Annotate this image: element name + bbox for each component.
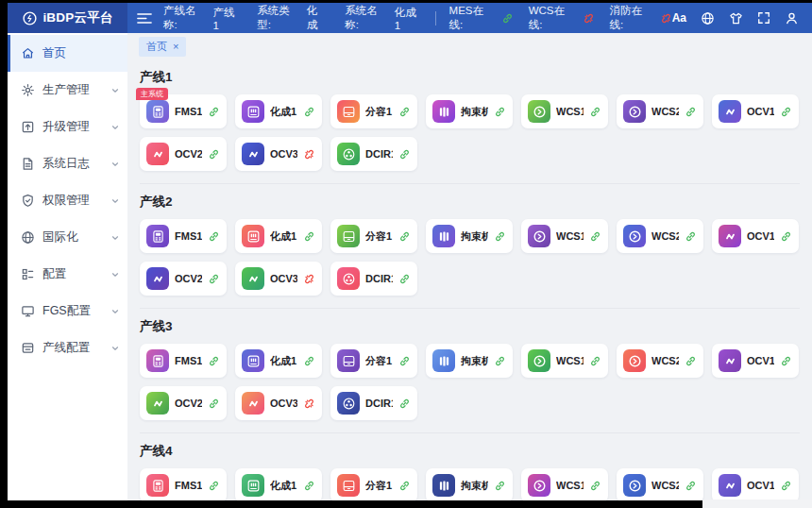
tab-home[interactable]: 首页× bbox=[139, 37, 186, 57]
font-size-icon[interactable]: Aa bbox=[672, 11, 686, 25]
user-icon[interactable] bbox=[785, 11, 799, 25]
sidebar-item-production[interactable]: 生产管理 bbox=[8, 72, 127, 109]
card-label: WCS1 bbox=[556, 480, 584, 491]
device-card-huacheng1[interactable]: 化成1 bbox=[235, 344, 322, 378]
device-card-fms1[interactable]: FMS1 bbox=[140, 468, 227, 500]
production-icon bbox=[21, 83, 35, 97]
sidebar-item-permission[interactable]: 权限管理 bbox=[8, 182, 127, 219]
card-label: OCV3 bbox=[270, 273, 297, 284]
link-online-icon[interactable] bbox=[208, 480, 220, 492]
device-card-jushuji[interactable]: 拘束机 bbox=[426, 344, 513, 378]
device-card-ocv3[interactable]: OCV3 bbox=[235, 386, 322, 420]
link-online-icon[interactable] bbox=[589, 230, 601, 243]
device-card-fenrong1[interactable]: 分容1 bbox=[330, 94, 417, 128]
link-online-icon[interactable] bbox=[208, 398, 220, 410]
device-card-jushuji[interactable]: 拘束机 bbox=[426, 468, 513, 500]
link-online-icon[interactable] bbox=[780, 355, 792, 367]
device-card-huacheng1[interactable]: 化成1 bbox=[235, 219, 322, 253]
device-card-fenrong1[interactable]: 分容1 bbox=[330, 344, 417, 378]
link-online-icon[interactable] bbox=[685, 480, 697, 492]
link-online-icon[interactable] bbox=[685, 106, 697, 118]
language-globe-icon[interactable] bbox=[701, 11, 715, 25]
device-card-jushuji[interactable]: 拘束机 bbox=[426, 94, 513, 128]
sidebar-item-home[interactable]: 首页 bbox=[8, 35, 127, 72]
device-card-ocv3[interactable]: OCV3 bbox=[235, 137, 322, 171]
info-value: 产线1 bbox=[212, 6, 240, 31]
link-online-icon[interactable] bbox=[494, 106, 506, 118]
device-card-fms1[interactable]: FMS1 bbox=[140, 344, 227, 378]
link-online-icon[interactable] bbox=[303, 355, 315, 367]
link-online-icon[interactable] bbox=[398, 106, 411, 118]
device-card-ocv1[interactable]: OCV1 bbox=[712, 219, 799, 253]
link-online-icon[interactable] bbox=[398, 398, 411, 410]
link-broken-icon[interactable] bbox=[303, 148, 315, 161]
device-card-wcs1[interactable]: WCS1 bbox=[521, 219, 608, 253]
device-card-ocv2[interactable]: OCV2 bbox=[140, 137, 227, 171]
link-online-icon[interactable] bbox=[208, 106, 220, 118]
device-card-wcs2[interactable]: WCS2 bbox=[617, 468, 703, 500]
link-broken-icon[interactable] bbox=[303, 398, 315, 410]
link-online-icon[interactable] bbox=[398, 148, 411, 161]
link-online-icon[interactable] bbox=[208, 273, 220, 285]
link-online-icon[interactable] bbox=[589, 355, 601, 367]
link-broken-icon[interactable] bbox=[303, 273, 315, 285]
device-card-wcs1[interactable]: WCS1 bbox=[521, 344, 608, 378]
link-online-icon[interactable] bbox=[780, 106, 792, 118]
link-online-icon[interactable] bbox=[494, 230, 506, 243]
link-online-icon[interactable] bbox=[685, 355, 697, 367]
device-card-wcs2[interactable]: WCS2 bbox=[617, 219, 703, 253]
sidebar-item-i18n[interactable]: 国际化 bbox=[8, 219, 127, 256]
link-online-icon[interactable] bbox=[685, 230, 697, 243]
link-online-icon[interactable] bbox=[398, 355, 411, 367]
device-card-fms1[interactable]: 主系统FMS1 bbox=[140, 94, 227, 128]
device-card-wcs1[interactable]: WCS1 bbox=[521, 468, 608, 500]
device-card-ocv1[interactable]: OCV1 bbox=[712, 94, 799, 128]
device-card-huacheng1[interactable]: 化成1 bbox=[235, 94, 322, 128]
device-card-wcs2[interactable]: WCS2 bbox=[617, 344, 703, 378]
wcs-icon bbox=[528, 100, 550, 123]
device-card-dcir1[interactable]: DCIR1 bbox=[330, 137, 417, 171]
link-online-icon[interactable] bbox=[398, 480, 411, 492]
device-card-huacheng1[interactable]: 化成1 bbox=[235, 468, 322, 500]
sidebar-item-fgs-config[interactable]: FGS配置 bbox=[8, 293, 127, 330]
link-online-icon[interactable] bbox=[494, 355, 506, 367]
sidebar-item-syslog[interactable]: 系统日志 bbox=[8, 145, 127, 182]
link-online-icon[interactable] bbox=[494, 480, 506, 492]
sidebar-item-config[interactable]: 配置 bbox=[8, 256, 127, 293]
link-online-icon[interactable] bbox=[303, 480, 315, 492]
device-card-fenrong1[interactable]: 分容1 bbox=[330, 468, 417, 500]
link-online-icon[interactable] bbox=[208, 355, 220, 367]
link-online-icon[interactable] bbox=[208, 148, 220, 161]
device-card-dcir1[interactable]: DCIR1 bbox=[330, 386, 417, 420]
link-online-icon[interactable] bbox=[589, 106, 601, 118]
sidebar-item-line-config[interactable]: 产线配置 bbox=[8, 330, 127, 366]
device-card-fenrong1[interactable]: 分容1 bbox=[330, 219, 417, 253]
device-card-ocv3[interactable]: OCV3 bbox=[235, 262, 322, 296]
card-label: WCS2 bbox=[651, 480, 679, 491]
device-card-ocv2[interactable]: OCV2 bbox=[140, 262, 227, 296]
sidebar-item-upgrade[interactable]: 升级管理 bbox=[8, 109, 127, 145]
link-online-icon[interactable] bbox=[303, 106, 315, 118]
device-card-fms1[interactable]: FMS1 bbox=[140, 219, 227, 253]
link-online-icon[interactable] bbox=[589, 480, 601, 492]
link-online-icon[interactable] bbox=[780, 230, 792, 243]
device-card-ocv1[interactable]: OCV1 bbox=[712, 344, 799, 378]
device-card-wcs1[interactable]: WCS1 bbox=[521, 94, 608, 128]
link-online-icon[interactable] bbox=[398, 230, 411, 243]
sidebar-collapse-icon[interactable] bbox=[137, 12, 152, 25]
device-card-wcs2[interactable]: WCS2 bbox=[617, 94, 703, 128]
device-card-dcir1[interactable]: DCIR1 bbox=[330, 262, 417, 296]
close-icon[interactable]: × bbox=[173, 42, 178, 52]
device-card-jushuji[interactable]: 拘束机 bbox=[426, 219, 513, 253]
link-online-icon[interactable] bbox=[398, 273, 411, 285]
fullscreen-icon[interactable] bbox=[757, 11, 770, 25]
link-online-icon[interactable] bbox=[208, 230, 220, 243]
chevron-down-icon bbox=[110, 344, 120, 353]
info-label: 产线名称: bbox=[163, 4, 209, 32]
section-title: 产线4 bbox=[140, 443, 800, 460]
link-online-icon[interactable] bbox=[780, 480, 792, 492]
device-card-ocv2[interactable]: OCV2 bbox=[140, 386, 227, 420]
link-online-icon[interactable] bbox=[303, 230, 315, 243]
theme-skin-icon[interactable] bbox=[729, 11, 743, 25]
device-card-ocv1[interactable]: OCV1 bbox=[712, 468, 799, 500]
